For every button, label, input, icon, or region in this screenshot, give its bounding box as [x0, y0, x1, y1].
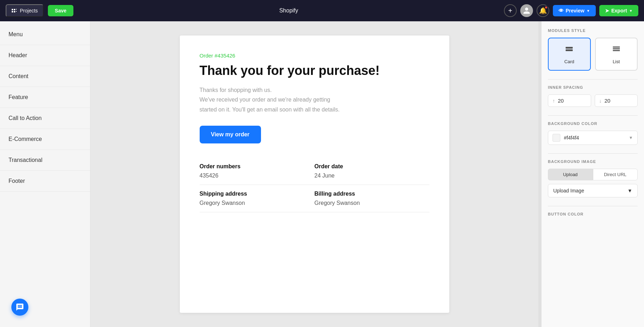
arrow-up-icon: ↑ — [553, 98, 555, 104]
color-swatch — [553, 134, 560, 142]
divider-3 — [548, 153, 638, 154]
svg-rect-0 — [566, 47, 573, 49]
order-label: Order #435426 — [200, 53, 429, 59]
shipping-address-value: Gregory Swanson — [200, 200, 315, 206]
email-card: Order #435426 Thank you for your purchas… — [180, 36, 449, 313]
sidebar-item-menu[interactable]: Menu — [0, 24, 90, 45]
projects-label: Projects — [20, 8, 38, 13]
spacing-top-box[interactable]: ↑ 20 — [548, 94, 591, 107]
sidebar-item-ecommerce[interactable]: E-Commerce — [0, 129, 90, 150]
purchase-title: Thank you for your purchase! — [200, 63, 429, 78]
list-label: List — [613, 59, 620, 64]
topbar-actions: + 🔔 👁 Preview ▼ ➤ Export ▼ — [504, 4, 638, 17]
inner-spacing-title: INNER SPACING — [548, 85, 638, 89]
modules-style-title: MODULES STYLE — [548, 28, 638, 33]
view-order-button[interactable]: View my order — [200, 126, 261, 143]
spacing-bottom-box[interactable]: ↓ 20 — [595, 94, 638, 107]
button-color-title: BUTTON COLOR — [548, 212, 638, 216]
sidebar-item-cta[interactable]: Call to Action — [0, 108, 90, 129]
direct-url-tab[interactable]: Direct URL — [593, 169, 638, 180]
svg-rect-3 — [613, 48, 620, 49]
divider-4 — [548, 206, 638, 206]
preview-button[interactable]: 👁 Preview ▼ — [553, 5, 596, 16]
topbar: Projects Save Shopify + 🔔 👁 Preview ▼ ➤ … — [0, 0, 644, 21]
bg-color-row[interactable]: #f4f4f4 ▼ — [548, 131, 638, 145]
divider-1 — [548, 79, 638, 80]
upload-image-label: Upload Image — [553, 188, 584, 194]
order-date-field: Order date 24 June — [315, 158, 429, 185]
shipping-address-label: Shipping address — [200, 191, 315, 197]
bg-color-section: BACKGROUND COLOR #f4f4f4 ▼ — [548, 121, 638, 145]
sidebar-item-content[interactable]: Content — [0, 66, 90, 87]
billing-address-value: Gregory Swanson — [315, 200, 429, 206]
order-date-value: 24 June — [315, 173, 429, 179]
sidebar-item-transactional[interactable]: Transactional — [0, 150, 90, 171]
button-color-section: BUTTON COLOR — [548, 212, 638, 216]
save-button[interactable]: Save — [48, 5, 74, 16]
upload-tab[interactable]: Upload — [548, 169, 593, 180]
bg-color-title: BACKGROUND COLOR — [548, 121, 638, 126]
order-numbers-value: 435426 — [200, 173, 315, 179]
svg-rect-1 — [566, 49, 573, 51]
export-icon: ➤ — [605, 8, 609, 13]
spacing-top-value: 20 — [558, 98, 564, 104]
module-option-card[interactable]: Card — [548, 38, 591, 71]
list-icon — [611, 44, 621, 56]
upload-tabs: Upload Direct URL — [548, 169, 638, 180]
export-button[interactable]: ➤ Export ▼ — [599, 5, 638, 16]
card-icon — [564, 44, 574, 56]
module-style-row: Card List — [548, 38, 638, 71]
svg-rect-4 — [613, 50, 620, 51]
card-label: Card — [564, 59, 574, 64]
chat-button[interactable] — [11, 299, 28, 316]
page-title: Shopify — [78, 7, 500, 14]
order-numbers-label: Order numbers — [200, 163, 315, 170]
inner-spacing-row: ↑ 20 ↓ 20 — [548, 94, 638, 107]
export-dropdown-arrow: ▼ — [629, 9, 633, 13]
spacing-bottom-value: 20 — [605, 98, 611, 104]
eye-icon: 👁 — [559, 8, 564, 13]
divider-2 — [548, 115, 638, 116]
billing-address-label: Billing address — [315, 191, 429, 197]
avatar[interactable] — [520, 4, 533, 17]
order-details-grid: Order numbers 435426 Order date 24 June … — [200, 158, 429, 212]
add-button[interactable]: + — [504, 4, 517, 17]
color-hex-value: #f4f4f4 — [564, 135, 625, 141]
sidebar: Menu Header Content Feature Call to Acti… — [0, 21, 90, 327]
svg-rect-2 — [613, 47, 620, 48]
bg-image-section: BACKGROUND IMAGE Upload Direct URL Uploa… — [548, 159, 638, 197]
canvas-section: Order #435426 Thank you for your purchas… — [90, 21, 541, 327]
right-panel: MODULES STYLE Card — [541, 21, 644, 327]
order-numbers-field: Order numbers 435426 — [200, 158, 315, 185]
canvas-area: Order #435426 Thank you for your purchas… — [90, 21, 538, 327]
billing-address-field: Billing address Gregory Swanson — [315, 185, 429, 212]
notification-bell[interactable]: 🔔 — [537, 4, 549, 17]
module-option-list[interactable]: List — [595, 38, 638, 71]
inner-spacing-section: INNER SPACING ↑ 20 ↓ 20 — [548, 85, 638, 107]
sidebar-items: Menu Header Content Feature Call to Acti… — [0, 21, 90, 287]
upload-dropdown-arrow: ▼ — [627, 188, 632, 194]
notification-dot — [544, 6, 548, 9]
sidebar-item-feature[interactable]: Feature — [0, 87, 90, 108]
sidebar-item-header[interactable]: Header — [0, 45, 90, 66]
projects-button[interactable]: Projects — [6, 4, 44, 17]
color-dropdown-arrow: ▼ — [629, 135, 633, 140]
upload-image-dropdown[interactable]: Upload Image ▼ — [548, 184, 638, 197]
arrow-down-icon: ↓ — [599, 98, 602, 104]
order-date-label: Order date — [315, 163, 429, 170]
preview-dropdown-arrow: ▼ — [587, 9, 590, 13]
shipping-address-field: Shipping address Gregory Swanson — [200, 185, 315, 212]
canvas-divider — [538, 21, 541, 327]
purchase-description: Thanks for shopping with us. We've recei… — [200, 85, 429, 114]
main-layout: Menu Header Content Feature Call to Acti… — [0, 21, 644, 327]
sidebar-item-footer[interactable]: Footer — [0, 171, 90, 192]
bg-image-title: BACKGROUND IMAGE — [548, 159, 638, 164]
